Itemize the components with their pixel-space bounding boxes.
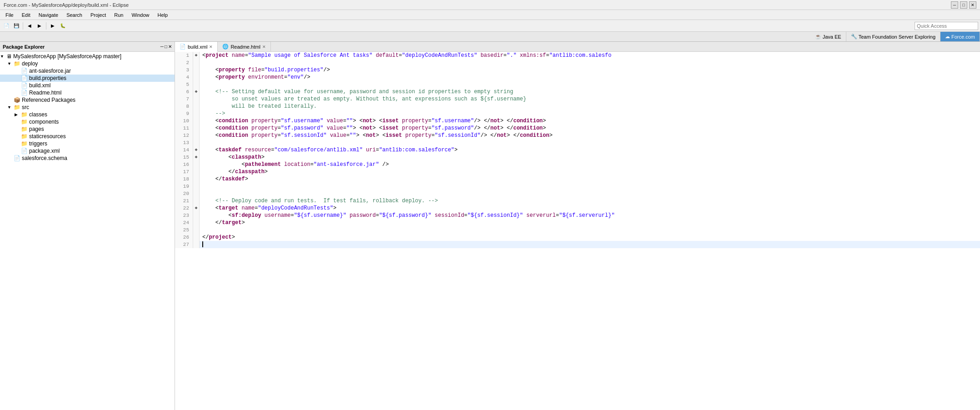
tree-item[interactable]: 📁pages xyxy=(0,125,175,133)
tab-label: build.xml xyxy=(188,44,207,50)
code-line: 12 <condition property="sf.sessionId" va… xyxy=(175,132,980,139)
line-number: 9 xyxy=(175,110,193,117)
window-controls[interactable]: ─ □ ✕ xyxy=(951,1,976,9)
line-marker xyxy=(193,234,200,241)
tree-label: src xyxy=(22,104,29,110)
tree-label: build.properties xyxy=(29,75,66,81)
code-line: 20 xyxy=(175,190,980,197)
tree-icon: 📁 xyxy=(21,126,28,132)
line-content xyxy=(200,139,980,146)
quick-access-input[interactable] xyxy=(915,22,978,30)
tree-item[interactable]: ▶📁classes xyxy=(0,111,175,118)
perspective-tab-tfs[interactable]: 🔧 Team Foundation Server Exploring xyxy=(846,32,940,41)
package-explorer-panel: Package Explorer ─ □ ✕ ▼🖥MySalesforceApp… xyxy=(0,42,175,410)
line-number: 25 xyxy=(175,226,193,234)
tree-label: MySalesforceApp [MySalesforceApp master] xyxy=(13,53,121,60)
tab-close-btn[interactable]: ✕ xyxy=(209,45,213,49)
code-line: 10 <condition property="sf.username" val… xyxy=(175,117,980,125)
code-line: 17 </classpath> xyxy=(175,168,980,175)
toolbar-debug-btn[interactable]: 🐛 xyxy=(58,21,67,30)
close-button[interactable]: ✕ xyxy=(969,1,976,9)
line-number: 6 xyxy=(175,88,193,95)
menu-project[interactable]: Project xyxy=(87,11,110,19)
line-marker xyxy=(193,190,200,197)
line-number: 7 xyxy=(175,95,193,103)
line-marker xyxy=(193,81,200,88)
line-content xyxy=(200,81,980,88)
perspective-tabs-spacer xyxy=(0,32,810,41)
menu-navigate[interactable]: Navigate xyxy=(35,11,62,19)
line-marker xyxy=(193,125,200,132)
code-line: 26</project> xyxy=(175,234,980,241)
tree-arrow: ▼ xyxy=(7,61,14,66)
menu-run[interactable]: Run xyxy=(110,11,127,19)
tree-icon: 📄 xyxy=(21,68,28,74)
forcecom-label: Force.com xyxy=(951,34,975,40)
code-line: 11 <condition property="sf.password" val… xyxy=(175,125,980,132)
panel-controls[interactable]: ─ □ ✕ xyxy=(160,44,172,49)
window-title: Force.com - MySalesforceApp/deploy/build… xyxy=(4,2,129,8)
line-number: 12 xyxy=(175,132,193,139)
perspective-tab-forcecom[interactable]: ☁ Force.com xyxy=(940,32,980,41)
menu-search[interactable]: Search xyxy=(63,11,86,19)
tree-item[interactable]: 📄ant-salesforce.jar xyxy=(0,67,175,75)
tree-label: pages xyxy=(29,126,44,132)
tree-item[interactable]: 📄build.properties xyxy=(0,75,175,82)
code-line: 2 xyxy=(175,59,980,66)
line-marker xyxy=(193,212,200,219)
tree-item[interactable]: 📄package.xml xyxy=(0,147,175,155)
tree-item[interactable]: 📄Readme.html xyxy=(0,89,175,96)
tab-close-btn[interactable]: ✕ xyxy=(262,45,266,49)
line-number: 8 xyxy=(175,103,193,110)
minimize-button[interactable]: ─ xyxy=(951,1,958,9)
menu-edit[interactable]: Edit xyxy=(18,11,34,19)
editor-tab[interactable]: 🌐Readme.html✕ xyxy=(218,42,270,51)
line-content: <project name="Sample usage of Salesforc… xyxy=(200,52,980,59)
tree-item[interactable]: ▼🖥MySalesforceApp [MySalesforceApp maste… xyxy=(0,53,175,60)
menu-window[interactable]: Window xyxy=(128,11,153,19)
line-number: 21 xyxy=(175,197,193,205)
tree-item[interactable]: 📄build.xml xyxy=(0,82,175,89)
tree-icon: 📁 xyxy=(21,133,28,140)
tree-item[interactable]: 📄salesforce.schema xyxy=(0,155,175,162)
tree-item[interactable]: 📁triggers xyxy=(0,140,175,147)
tab-icon: 📄 xyxy=(180,44,186,50)
perspective-tabs-bar: ☕ Java EE 🔧 Team Foundation Server Explo… xyxy=(0,32,980,42)
code-line: 13 xyxy=(175,139,980,146)
code-editor[interactable]: 1◆<project name="Sample usage of Salesfo… xyxy=(175,52,980,410)
panel-maximize-btn[interactable]: □ xyxy=(165,44,167,49)
line-content xyxy=(200,183,980,190)
toolbar-back-btn[interactable]: ◀ xyxy=(25,21,34,30)
tree-icon: 📁 xyxy=(14,60,20,67)
panel-close-btn[interactable]: ✕ xyxy=(168,44,172,49)
line-content: <condition property="sf.sessionId" value… xyxy=(200,132,980,139)
editor-tab[interactable]: 📄build.xml✕ xyxy=(175,42,218,52)
tree-item[interactable]: ▼📁deploy xyxy=(0,60,175,67)
maximize-button[interactable]: □ xyxy=(960,1,967,9)
package-explorer-tree[interactable]: ▼🖥MySalesforceApp [MySalesforceApp maste… xyxy=(0,52,175,410)
line-marker xyxy=(193,226,200,234)
line-number: 20 xyxy=(175,190,193,197)
tree-item[interactable]: 📁staticresources xyxy=(0,133,175,140)
tree-item[interactable]: 📦Referenced Packages xyxy=(0,96,175,104)
toolbar-new-btn[interactable]: 📄 xyxy=(2,21,11,30)
tab-icon: 🌐 xyxy=(222,44,229,50)
line-content xyxy=(200,241,980,248)
toolbar-save-btn[interactable]: 💾 xyxy=(12,21,21,30)
line-content: so unset values are treated as empty. Wi… xyxy=(200,95,980,103)
line-number: 26 xyxy=(175,234,193,241)
menu-help[interactable]: Help xyxy=(154,11,172,19)
line-content xyxy=(200,226,980,234)
tree-icon: 📄 xyxy=(14,155,20,161)
code-line: 9 --> xyxy=(175,110,980,117)
toolbar-forward-btn[interactable]: ▶ xyxy=(35,21,44,30)
menu-file[interactable]: File xyxy=(2,11,17,19)
tree-item[interactable]: ▼📁src xyxy=(0,104,175,111)
line-number: 24 xyxy=(175,219,193,226)
toolbar-run-btn[interactable]: ▶ xyxy=(48,21,57,30)
panel-minimize-btn[interactable]: ─ xyxy=(160,44,164,49)
tree-item[interactable]: 📁components xyxy=(0,118,175,125)
line-number: 16 xyxy=(175,161,193,168)
line-number: 15 xyxy=(175,154,193,161)
perspective-tab-javaee[interactable]: ☕ Java EE xyxy=(810,32,846,41)
